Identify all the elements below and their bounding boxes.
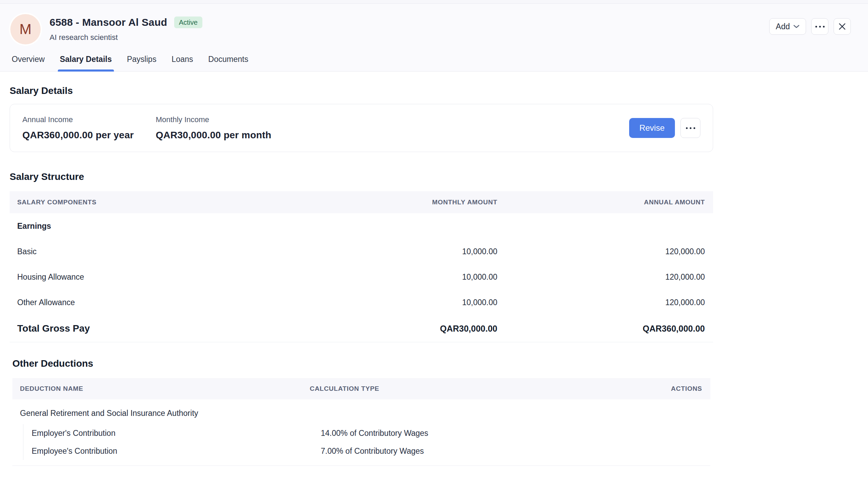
column-header-annual-amount: ANNUAL AMOUNT [507,198,713,206]
close-icon [838,23,846,30]
salary-structure-heading: Salary Structure [10,171,868,182]
component-name: Basic [10,247,362,256]
earnings-group-label: Earnings [10,222,362,231]
ellipsis-icon [815,26,825,28]
employee-panel-header: M 6588 - Mansoor Al Saud Active AI resea… [0,4,868,72]
deductions-bottom-divider [12,465,710,466]
add-button[interactable]: Add [769,18,806,35]
component-annual-amount: 120,000.00 [507,298,713,307]
other-deductions-heading: Other Deductions [12,358,868,369]
table-row: Housing Allowance 10,000.00 120,000.00 [10,264,713,290]
monthly-income-label: Monthly Income [156,115,272,124]
deduction-group-name: General Retirement and Social Insurance … [12,402,710,424]
chevron-down-icon [793,24,800,29]
employee-title: 6588 - Mansoor Al Saud [50,17,167,28]
component-monthly-amount: 10,000.00 [362,272,507,282]
total-monthly-amount: QAR30,000.00 [362,324,507,334]
tab-overview[interactable]: Overview [12,55,45,71]
annual-income-field: Annual Income QAR360,000.00 per year [22,115,134,141]
income-summary-card: Annual Income QAR360,000.00 per year Mon… [10,104,713,152]
income-more-button[interactable] [680,118,700,138]
component-annual-amount: 120,000.00 [507,247,713,256]
component-name: Housing Allowance [10,272,362,282]
deductions-header-row: DEDUCTION NAME CALCULATION TYPE ACTIONS [12,378,710,399]
monthly-income-value: QAR30,000.00 per month [156,130,272,141]
column-header-calculation-type: CALCULATION TYPE [310,385,620,393]
component-monthly-amount: 10,000.00 [362,247,507,256]
add-button-label: Add [776,22,790,31]
other-deductions-table: DEDUCTION NAME CALCULATION TYPE ACTIONS … [12,378,710,460]
total-gross-pay-row: Total Gross Pay QAR30,000.00 QAR360,000.… [10,315,713,342]
earnings-group-row: Earnings [10,213,713,239]
deduction-item-name: Employer's Contribution [23,429,321,438]
employee-info: 6588 - Mansoor Al Saud Active AI researc… [50,17,202,42]
table-row: Other Allowance 10,000.00 120,000.00 [10,290,713,315]
table-row: Basic 10,000.00 120,000.00 [10,239,713,264]
salary-details-panel: Salary Details Annual Income QAR360,000.… [0,85,868,466]
deduction-group-items: Employer's Contribution 14.00% of Contri… [23,424,710,460]
total-annual-amount: QAR360,000.00 [507,324,713,334]
employee-subtitle: AI research scientist [50,33,202,42]
column-header-deduction-name: DEDUCTION NAME [12,385,310,393]
salary-structure-table: SALARY COMPONENTS MONTHLY AMOUNT ANNUAL … [10,191,713,342]
ellipsis-icon [686,127,695,129]
deduction-item-name: Employee's Contribution [23,447,321,456]
component-monthly-amount: 10,000.00 [362,298,507,307]
revise-button[interactable]: Revise [629,118,675,138]
table-bottom-divider [10,342,713,342]
tab-loans[interactable]: Loans [171,55,193,71]
tab-payslips[interactable]: Payslips [127,55,157,71]
tab-salary-details[interactable]: Salary Details [60,55,112,71]
list-item: Employer's Contribution 14.00% of Contri… [23,424,710,442]
deduction-item-calculation: 14.00% of Contributory Wages [321,429,631,438]
monthly-income-field: Monthly Income QAR30,000.00 per month [156,115,272,141]
page-top-strip [0,0,868,4]
annual-income-label: Annual Income [22,115,134,124]
status-badge: Active [174,17,202,28]
salary-details-heading: Salary Details [10,85,868,96]
list-item: Employee's Contribution 7.00% of Contrib… [23,442,710,460]
total-gross-pay-label: Total Gross Pay [10,323,362,334]
deduction-item-calculation: 7.00% of Contributory Wages [321,447,631,456]
salary-structure-header-row: SALARY COMPONENTS MONTHLY AMOUNT ANNUAL … [10,191,713,213]
column-header-salary-components: SALARY COMPONENTS [10,198,362,206]
avatar: M [10,14,41,44]
annual-income-value: QAR360,000.00 per year [22,130,134,141]
close-button[interactable] [834,18,851,35]
component-name: Other Allowance [10,298,362,307]
tab-bar: Overview Salary Details Payslips Loans D… [0,55,868,71]
header-more-button[interactable] [811,18,828,35]
column-header-actions: ACTIONS [620,385,710,393]
component-annual-amount: 120,000.00 [507,272,713,282]
tab-documents[interactable]: Documents [208,55,248,71]
column-header-monthly-amount: MONTHLY AMOUNT [362,198,507,206]
